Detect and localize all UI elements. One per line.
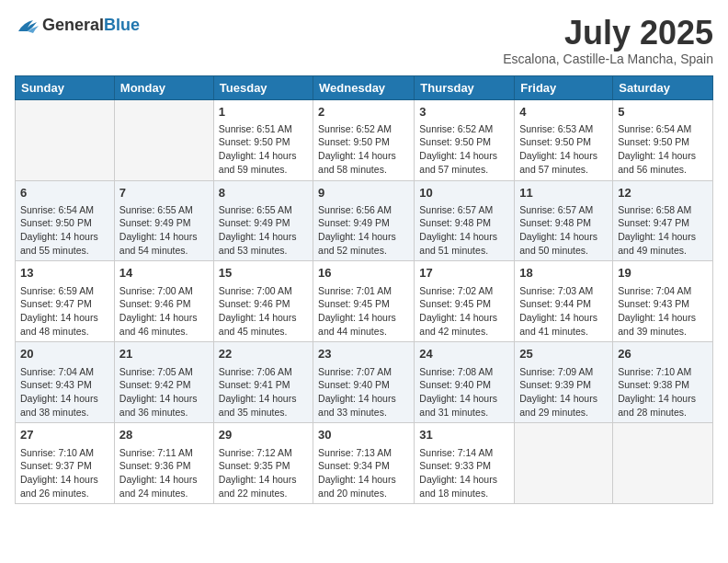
sunrise-text: Sunrise: 6:56 AM: [318, 203, 409, 217]
sunrise-text: Sunrise: 7:05 AM: [119, 365, 209, 379]
calendar-cell: 14Sunrise: 7:00 AMSunset: 9:46 PMDayligh…: [114, 261, 213, 342]
daylight-text: Daylight: 14 hours and 33 minutes.: [318, 392, 409, 419]
location-text: Escalona, Castille-La Mancha, Spain: [503, 52, 713, 66]
calendar-cell: 3Sunrise: 6:52 AMSunset: 9:50 PMDaylight…: [415, 99, 515, 180]
sunrise-text: Sunrise: 7:00 AM: [219, 284, 308, 298]
daylight-text: Daylight: 14 hours and 57 minutes.: [419, 149, 509, 176]
calendar-cell: 23Sunrise: 7:07 AMSunset: 9:40 PMDayligh…: [313, 342, 415, 423]
weekday-header-saturday: Saturday: [613, 75, 713, 99]
sunset-text: Sunset: 9:37 PM: [20, 459, 109, 473]
daylight-text: Daylight: 14 hours and 56 minutes.: [618, 149, 708, 176]
calendar-cell: 7Sunrise: 6:55 AMSunset: 9:49 PMDaylight…: [114, 180, 213, 261]
sunset-text: Sunset: 9:47 PM: [20, 297, 109, 311]
day-number: 20: [20, 346, 109, 362]
day-number: 8: [219, 185, 308, 201]
sunset-text: Sunset: 9:46 PM: [119, 297, 209, 311]
daylight-text: Daylight: 14 hours and 46 minutes.: [119, 311, 209, 338]
daylight-text: Daylight: 14 hours and 31 minutes.: [419, 392, 509, 419]
page-header: GeneralBlue July 2025 Escalona, Castille…: [15, 15, 713, 66]
sunset-text: Sunset: 9:48 PM: [519, 216, 608, 230]
sunrise-text: Sunrise: 6:52 AM: [318, 122, 409, 136]
sunrise-text: Sunrise: 7:12 AM: [219, 446, 308, 460]
calendar-cell: 12Sunrise: 6:58 AMSunset: 9:47 PMDayligh…: [613, 180, 713, 261]
day-number: 1: [219, 104, 308, 121]
daylight-text: Daylight: 14 hours and 55 minutes.: [20, 230, 109, 257]
daylight-text: Daylight: 14 hours and 41 minutes.: [519, 311, 608, 338]
day-number: 31: [419, 427, 509, 443]
sunrise-text: Sunrise: 7:00 AM: [119, 284, 209, 298]
calendar-cell: 24Sunrise: 7:08 AMSunset: 9:40 PMDayligh…: [415, 342, 515, 423]
day-number: 28: [119, 427, 209, 443]
daylight-text: Daylight: 14 hours and 38 minutes.: [20, 392, 109, 419]
sunrise-text: Sunrise: 7:08 AM: [419, 365, 509, 379]
sunset-text: Sunset: 9:47 PM: [618, 216, 708, 230]
calendar-week-row: 20Sunrise: 7:04 AMSunset: 9:43 PMDayligh…: [16, 342, 713, 423]
sunset-text: Sunset: 9:50 PM: [419, 135, 509, 149]
daylight-text: Daylight: 14 hours and 29 minutes.: [519, 392, 608, 419]
sunset-text: Sunset: 9:36 PM: [119, 459, 209, 473]
calendar-cell: 31Sunrise: 7:14 AMSunset: 9:33 PMDayligh…: [415, 423, 515, 504]
weekday-header-sunday: Sunday: [16, 75, 115, 99]
sunrise-text: Sunrise: 6:59 AM: [20, 284, 109, 298]
day-number: 2: [318, 104, 409, 121]
day-number: 23: [318, 346, 409, 362]
sunset-text: Sunset: 9:41 PM: [219, 378, 308, 392]
sunset-text: Sunset: 9:50 PM: [618, 135, 708, 149]
calendar-cell: 13Sunrise: 6:59 AMSunset: 9:47 PMDayligh…: [16, 261, 115, 342]
sunset-text: Sunset: 9:42 PM: [119, 378, 209, 392]
calendar-cell: 15Sunrise: 7:00 AMSunset: 9:46 PMDayligh…: [213, 261, 313, 342]
sunrise-text: Sunrise: 7:13 AM: [318, 446, 409, 460]
title-area: July 2025 Escalona, Castille-La Mancha, …: [503, 15, 713, 66]
daylight-text: Daylight: 14 hours and 22 minutes.: [219, 473, 308, 500]
sunset-text: Sunset: 9:43 PM: [618, 297, 708, 311]
sunset-text: Sunset: 9:50 PM: [519, 135, 608, 149]
sunrise-text: Sunrise: 7:10 AM: [618, 365, 708, 379]
daylight-text: Daylight: 14 hours and 35 minutes.: [219, 392, 308, 419]
calendar-cell: 17Sunrise: 7:02 AMSunset: 9:45 PMDayligh…: [415, 261, 515, 342]
calendar-header-row: SundayMondayTuesdayWednesdayThursdayFrid…: [16, 75, 713, 99]
daylight-text: Daylight: 14 hours and 48 minutes.: [20, 311, 109, 338]
calendar-cell: 18Sunrise: 7:03 AMSunset: 9:44 PMDayligh…: [515, 261, 613, 342]
daylight-text: Daylight: 14 hours and 42 minutes.: [419, 311, 509, 338]
sunrise-text: Sunrise: 7:06 AM: [219, 365, 308, 379]
calendar-week-row: 6Sunrise: 6:54 AMSunset: 9:50 PMDaylight…: [16, 180, 713, 261]
daylight-text: Daylight: 14 hours and 49 minutes.: [618, 230, 708, 257]
sunset-text: Sunset: 9:40 PM: [419, 378, 509, 392]
sunrise-text: Sunrise: 7:09 AM: [519, 365, 608, 379]
daylight-text: Daylight: 14 hours and 24 minutes.: [119, 473, 209, 500]
day-number: 30: [318, 427, 409, 443]
calendar-cell: 16Sunrise: 7:01 AMSunset: 9:45 PMDayligh…: [313, 261, 415, 342]
day-number: 6: [20, 185, 109, 201]
daylight-text: Daylight: 14 hours and 53 minutes.: [219, 230, 308, 257]
weekday-header-friday: Friday: [515, 75, 613, 99]
daylight-text: Daylight: 14 hours and 52 minutes.: [318, 230, 409, 257]
logo: GeneralBlue: [15, 15, 140, 35]
sunrise-text: Sunrise: 6:54 AM: [618, 122, 708, 136]
calendar-cell: 30Sunrise: 7:13 AMSunset: 9:34 PMDayligh…: [313, 423, 415, 504]
sunrise-text: Sunrise: 7:04 AM: [618, 284, 708, 298]
calendar-week-row: 27Sunrise: 7:10 AMSunset: 9:37 PMDayligh…: [16, 423, 713, 504]
day-number: 17: [419, 265, 509, 282]
daylight-text: Daylight: 14 hours and 57 minutes.: [519, 149, 608, 176]
day-number: 25: [519, 346, 608, 362]
sunset-text: Sunset: 9:45 PM: [419, 297, 509, 311]
weekday-header-wednesday: Wednesday: [313, 75, 415, 99]
sunset-text: Sunset: 9:49 PM: [318, 216, 409, 230]
calendar-cell: 5Sunrise: 6:54 AMSunset: 9:50 PMDaylight…: [613, 99, 713, 180]
sunrise-text: Sunrise: 6:55 AM: [119, 203, 209, 217]
day-number: 4: [519, 104, 608, 121]
sunrise-text: Sunrise: 7:02 AM: [419, 284, 509, 298]
daylight-text: Daylight: 14 hours and 28 minutes.: [618, 392, 708, 419]
sunset-text: Sunset: 9:50 PM: [20, 216, 109, 230]
calendar-cell: 9Sunrise: 6:56 AMSunset: 9:49 PMDaylight…: [313, 180, 415, 261]
sunset-text: Sunset: 9:35 PM: [219, 459, 308, 473]
sunrise-text: Sunrise: 6:57 AM: [419, 203, 509, 217]
sunset-text: Sunset: 9:38 PM: [618, 378, 708, 392]
calendar-cell: 26Sunrise: 7:10 AMSunset: 9:38 PMDayligh…: [613, 342, 713, 423]
calendar-cell: [16, 99, 115, 180]
calendar-cell: 10Sunrise: 6:57 AMSunset: 9:48 PMDayligh…: [415, 180, 515, 261]
logo-text-general: General: [42, 16, 104, 34]
day-number: 21: [119, 346, 209, 362]
day-number: 3: [419, 104, 509, 121]
daylight-text: Daylight: 14 hours and 58 minutes.: [318, 149, 409, 176]
